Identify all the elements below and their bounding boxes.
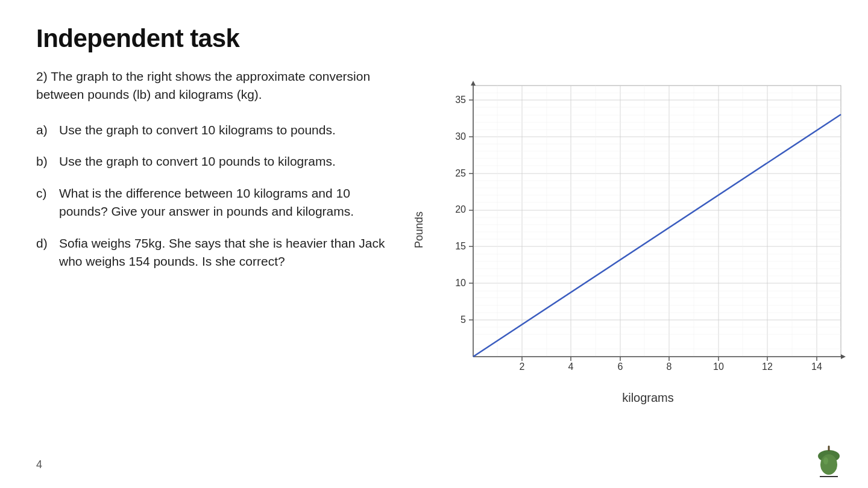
svg-point-84 (820, 454, 837, 475)
graph-container: Pounds (410, 74, 862, 399)
svg-text:12: 12 (762, 361, 773, 372)
acorn-icon (814, 443, 844, 479)
page-container: Independent task 2) The graph to the rig… (0, 0, 868, 488)
svg-marker-53 (471, 81, 476, 86)
svg-text:10: 10 (455, 278, 466, 288)
svg-text:35: 35 (455, 95, 466, 105)
question-text-c: What is the difference between 10 kilogr… (59, 184, 386, 221)
svg-text:14: 14 (811, 361, 822, 372)
svg-text:4: 4 (568, 361, 574, 372)
question-item-d: d) Sofia weighs 75kg. She says that she … (36, 234, 386, 271)
question-label-c: c) (36, 184, 53, 202)
svg-text:25: 25 (455, 168, 466, 178)
svg-text:15: 15 (455, 241, 466, 251)
svg-text:30: 30 (455, 131, 466, 142)
question-item-a: a) Use the graph to convert 10 kilograms… (36, 121, 386, 139)
graph-area: 2 4 6 8 10 12 14 (443, 80, 853, 381)
y-axis-label: Pounds (413, 211, 426, 248)
y-axis-label-wrapper: Pounds (410, 104, 428, 357)
right-panel: Pounds (410, 67, 862, 470)
question-list: a) Use the graph to convert 10 kilograms… (36, 121, 386, 271)
svg-marker-52 (841, 354, 846, 359)
svg-text:2: 2 (520, 361, 525, 372)
x-axis-label: kilograms (622, 391, 674, 404)
question-label-a: a) (36, 121, 53, 139)
intro-text: 2) The graph to the right shows the appr… (36, 67, 386, 104)
question-item-c: c) What is the difference between 10 kil… (36, 184, 386, 221)
chart-svg: 2 4 6 8 10 12 14 (443, 80, 853, 381)
question-text-b: Use the graph to convert 10 pounds to ki… (59, 152, 336, 170)
question-item-b: b) Use the graph to convert 10 pounds to… (36, 152, 386, 170)
page-title: Independent task (36, 24, 832, 53)
svg-text:10: 10 (713, 361, 724, 372)
left-panel: 2) The graph to the right shows the appr… (36, 67, 386, 470)
question-label-d: d) (36, 234, 53, 252)
page-number: 4 (36, 458, 42, 471)
content-area: 2) The graph to the right shows the appr… (36, 67, 832, 470)
question-text-a: Use the graph to convert 10 kilograms to… (59, 121, 336, 139)
svg-point-85 (823, 457, 828, 465)
question-label-b: b) (36, 152, 53, 170)
svg-text:5: 5 (461, 314, 466, 325)
svg-text:8: 8 (667, 361, 672, 372)
svg-text:6: 6 (618, 361, 623, 372)
svg-text:20: 20 (455, 204, 466, 214)
question-text-d: Sofia weighs 75kg. She says that she is … (59, 234, 386, 271)
svg-rect-0 (473, 86, 841, 357)
